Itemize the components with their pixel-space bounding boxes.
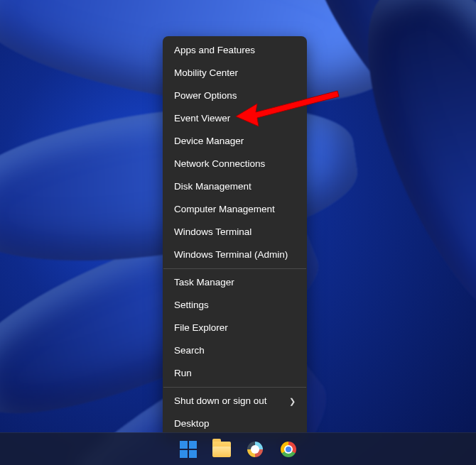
menu-item-network-connections[interactable]: Network Connections — [163, 153, 307, 175]
menu-item-label: Device Manager — [174, 135, 244, 148]
menu-item-windows-terminal-admin[interactable]: Windows Terminal (Admin) — [163, 244, 307, 266]
menu-item-label: Shut down or sign out — [174, 395, 267, 407]
winx-context-menu: Apps and Features Mobility Center Power … — [163, 36, 307, 438]
menu-item-label: Windows Terminal (Admin) — [174, 248, 288, 261]
menu-item-label: Desktop — [174, 417, 210, 430]
menu-item-settings[interactable]: Settings — [163, 294, 307, 317]
menu-item-search[interactable]: Search — [163, 339, 307, 362]
menu-item-label: Event Viewer — [174, 112, 230, 125]
menu-item-label: Mobility Center — [174, 67, 238, 80]
menu-item-label: Apps and Features — [174, 44, 255, 57]
menu-divider — [163, 268, 306, 269]
menu-item-device-manager[interactable]: Device Manager — [163, 130, 307, 153]
menu-item-file-explorer[interactable]: File Explorer — [163, 317, 307, 339]
taskbar — [0, 432, 476, 465]
menu-item-shut-down-or-sign-out[interactable]: Shut down or sign out ❯ — [163, 390, 307, 412]
menu-item-computer-management[interactable]: Computer Management — [163, 198, 307, 221]
browser-button[interactable] — [242, 436, 269, 463]
folder-icon — [212, 442, 231, 457]
chrome-icon — [281, 442, 296, 457]
file-explorer-button[interactable] — [208, 436, 235, 463]
menu-item-run[interactable]: Run — [163, 362, 307, 385]
desktop[interactable]: Apps and Features Mobility Center Power … — [0, 0, 476, 465]
menu-item-label: Windows Terminal — [174, 226, 251, 239]
menu-item-label: Power Options — [174, 89, 237, 102]
menu-item-label: Task Manager — [174, 276, 234, 289]
menu-item-label: Run — [174, 367, 192, 380]
windows-logo-icon — [180, 441, 197, 458]
chrome-button[interactable] — [275, 436, 302, 463]
menu-item-label: Network Connections — [174, 158, 265, 170]
menu-item-task-manager[interactable]: Task Manager — [163, 271, 307, 294]
menu-item-mobility-center[interactable]: Mobility Center — [163, 62, 307, 84]
start-button[interactable] — [175, 436, 202, 463]
menu-item-apps-and-features[interactable]: Apps and Features — [163, 39, 307, 62]
menu-item-disk-management[interactable]: Disk Management — [163, 175, 307, 198]
chevron-right-icon: ❯ — [289, 395, 296, 407]
menu-item-label: Disk Management — [174, 180, 251, 193]
menu-item-label: Search — [174, 344, 205, 357]
menu-divider — [163, 387, 306, 388]
menu-item-label: Settings — [174, 299, 209, 312]
menu-item-label: File Explorer — [174, 322, 228, 334]
menu-item-event-viewer[interactable]: Event Viewer — [163, 107, 307, 130]
menu-item-windows-terminal[interactable]: Windows Terminal — [163, 221, 307, 244]
menu-item-power-options[interactable]: Power Options — [163, 84, 307, 107]
browser-ring-icon — [247, 442, 263, 457]
menu-item-label: Computer Management — [174, 203, 275, 216]
